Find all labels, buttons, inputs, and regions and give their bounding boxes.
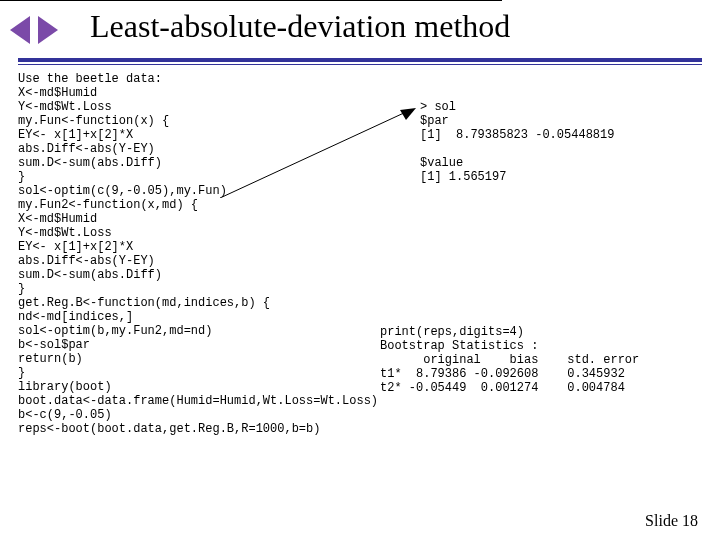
nav-next-button[interactable] — [38, 16, 58, 44]
code-block-left: Use the beetle data: X<-md$Humid Y<-md$W… — [18, 72, 378, 436]
output-block-top: > sol $par [1] 8.79385823 -0.05448819 $v… — [420, 100, 614, 184]
svg-marker-1 — [400, 108, 416, 120]
slide-number: Slide 18 — [645, 512, 698, 530]
title-rule-thin — [18, 64, 702, 65]
title-rule-thick — [18, 58, 702, 62]
output-block-bottom: print(reps,digits=4) Bootstrap Statistic… — [380, 325, 639, 395]
connector-line-2 — [0, 0, 502, 2]
slide-title: Least-absolute-deviation method — [90, 8, 690, 45]
nav-prev-button[interactable] — [10, 16, 30, 44]
